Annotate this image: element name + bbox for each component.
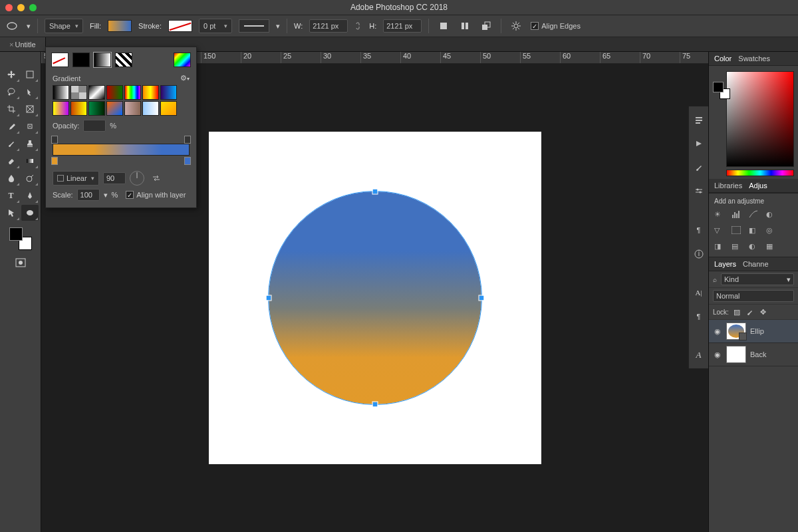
eraser-tool-icon[interactable] xyxy=(3,153,20,169)
transform-handle-right[interactable] xyxy=(479,296,483,301)
transform-handle-left[interactable] xyxy=(266,296,271,301)
quick-mask-icon[interactable] xyxy=(12,255,29,270)
foreground-background-swatch[interactable] xyxy=(9,227,32,250)
gradient-menu-gear-icon[interactable]: ⚙▾ xyxy=(180,74,190,82)
brightness-adj-icon[interactable]: ☀ xyxy=(714,210,725,221)
tab-adjustments[interactable]: Adjus xyxy=(749,182,767,190)
path-select-tool-icon[interactable] xyxy=(3,205,20,221)
gradient-preset-8[interactable] xyxy=(70,101,87,116)
move-tool-icon[interactable] xyxy=(3,66,20,82)
transform-handle-top[interactable] xyxy=(372,190,377,194)
close-tab-icon[interactable]: × xyxy=(9,41,13,49)
maximize-window-icon[interactable] xyxy=(29,4,37,11)
lasso-tool-icon[interactable] xyxy=(3,84,20,100)
fill-solid-button[interactable] xyxy=(72,53,90,67)
fill-none-button[interactable] xyxy=(51,53,68,67)
blur-tool-icon[interactable] xyxy=(3,170,20,186)
angle-dial[interactable] xyxy=(130,171,144,186)
tool-preset-chevron-icon[interactable]: ▾ xyxy=(27,22,31,31)
eyedropper-tool-icon[interactable] xyxy=(3,118,20,134)
frame-tool-icon[interactable] xyxy=(21,101,39,117)
path-alignment-icon[interactable] xyxy=(457,18,473,34)
opacity-stop-right[interactable] xyxy=(184,136,191,144)
color-picker-button[interactable] xyxy=(174,53,191,67)
brush-tool-icon[interactable] xyxy=(3,136,20,152)
gradient-preset-0[interactable] xyxy=(53,85,69,100)
width-input[interactable]: 2121 px xyxy=(309,19,348,33)
gradient-preset-5[interactable] xyxy=(142,85,159,100)
stroke-swatch[interactable] xyxy=(168,20,192,32)
path-operations-icon[interactable] xyxy=(436,18,452,34)
color-stop-right[interactable] xyxy=(184,157,191,165)
stroke-options-chevron-icon[interactable]: ▾ xyxy=(276,22,280,31)
stamp-tool-icon[interactable] xyxy=(21,136,39,152)
opacity-stop-left[interactable] xyxy=(51,136,58,144)
reverse-gradient-icon[interactable] xyxy=(148,170,164,186)
layer-visibility-icon[interactable]: ◉ xyxy=(713,350,722,359)
fill-pattern-button[interactable] xyxy=(115,53,132,67)
paragraph2-panel-icon[interactable]: ¶ xyxy=(691,309,707,325)
bw-adj-icon[interactable]: ◧ xyxy=(749,226,759,237)
stroke-style-dropdown[interactable] xyxy=(239,19,269,33)
layer-filter-dropdown[interactable]: Kind▾ xyxy=(721,273,794,285)
minimize-window-icon[interactable] xyxy=(17,4,25,11)
layer-row[interactable]: ◉ Back xyxy=(709,343,798,366)
document-tab[interactable]: × Untitle xyxy=(0,37,46,51)
quick-select-tool-icon[interactable] xyxy=(21,84,39,100)
character-panel-icon[interactable]: A| xyxy=(691,285,707,301)
opacity-input[interactable] xyxy=(83,120,106,132)
stroke-weight-dropdown[interactable]: 0 pt▾ xyxy=(199,19,232,33)
height-input[interactable]: 2121 px xyxy=(383,19,422,33)
levels-adj-icon[interactable] xyxy=(732,210,742,221)
layer-thumbnail[interactable] xyxy=(726,346,746,363)
paragraph-panel-icon[interactable]: ¶ xyxy=(691,222,707,238)
blend-mode-dropdown[interactable]: Normal xyxy=(713,290,794,302)
brush-settings-icon[interactable] xyxy=(691,184,707,200)
transform-handle-bottom[interactable] xyxy=(372,402,377,407)
gradient-style-dropdown[interactable]: Linear ▾ xyxy=(53,171,99,186)
gradient-preset-9[interactable] xyxy=(88,101,105,116)
gradient-preset-12[interactable] xyxy=(142,101,159,116)
fill-swatch[interactable] xyxy=(108,20,132,32)
hue-adj-icon[interactable] xyxy=(732,226,742,237)
posterize-adj-icon[interactable]: ▤ xyxy=(732,242,742,253)
gradient-editor[interactable] xyxy=(53,136,190,165)
tab-libraries[interactable]: Libraries xyxy=(714,182,742,190)
color-panel-fgbg[interactable] xyxy=(713,82,730,99)
actions-panel-icon[interactable] xyxy=(691,136,707,152)
layer-thumbnail[interactable] xyxy=(726,323,746,340)
brushes-panel-icon[interactable] xyxy=(691,160,707,176)
vibrance-adj-icon[interactable]: ▽ xyxy=(714,226,725,237)
close-window-icon[interactable] xyxy=(5,4,13,11)
path-arrangement-icon[interactable] xyxy=(478,18,494,34)
gradient-preset-10[interactable] xyxy=(106,101,123,116)
lock-position-icon[interactable]: ✥ xyxy=(758,307,769,317)
gradient-preset-2[interactable] xyxy=(88,85,105,100)
curves-adj-icon[interactable] xyxy=(749,210,759,221)
artboard-tool-icon[interactable] xyxy=(21,66,39,82)
fill-gradient-button[interactable] xyxy=(94,53,111,67)
dodge-tool-icon[interactable] xyxy=(21,170,39,186)
hue-slider[interactable] xyxy=(726,170,794,176)
link-dimensions-icon[interactable] xyxy=(354,21,362,31)
type-tool-icon[interactable]: T xyxy=(3,188,20,203)
gradient-preset-11[interactable] xyxy=(124,101,141,116)
invert-adj-icon[interactable]: ◨ xyxy=(714,242,725,253)
gradient-bar[interactable] xyxy=(53,144,190,156)
gradient-preset-4[interactable] xyxy=(124,85,141,100)
scale-chevron-icon[interactable]: ▾ xyxy=(104,191,108,200)
gradient-tool-icon[interactable] xyxy=(21,153,39,169)
tab-channels[interactable]: Channe xyxy=(743,260,769,268)
gradient-preset-1[interactable] xyxy=(70,85,87,100)
gradient-preset-7[interactable] xyxy=(53,101,69,116)
history-panel-icon[interactable] xyxy=(691,112,707,128)
foreground-color-swatch[interactable] xyxy=(9,227,23,241)
lock-transparency-icon[interactable]: ▨ xyxy=(732,307,742,317)
photo-filter-adj-icon[interactable]: ◎ xyxy=(766,226,777,237)
tab-layers[interactable]: Layers xyxy=(714,260,736,268)
crop-tool-icon[interactable] xyxy=(3,101,20,117)
tool-mode-dropdown[interactable]: Shape▾ xyxy=(45,19,83,33)
ellipse-shape[interactable] xyxy=(269,192,481,404)
exposure-adj-icon[interactable]: ◐ xyxy=(766,210,777,221)
layer-visibility-icon[interactable]: ◉ xyxy=(713,327,722,336)
